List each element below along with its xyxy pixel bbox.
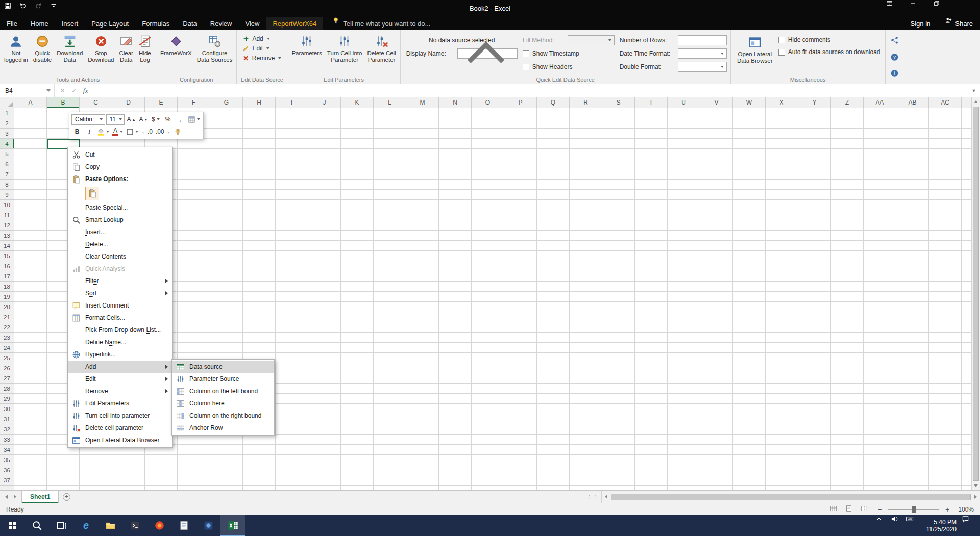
row-header-16[interactable]: 16 [0,261,14,271]
submenu-item-column-on-the-right-bound[interactable]: Column on the right bound [172,410,274,422]
column-header-p[interactable]: P [504,97,537,108]
row-header-18[interactable]: 18 [0,282,14,292]
format-painter-button[interactable] [173,126,184,137]
next-sheet-icon[interactable] [14,495,16,499]
close-icon[interactable] [957,0,980,17]
tab-splitter-handle[interactable]: ⋮⋮ [584,491,601,503]
column-header-x[interactable]: X [766,97,798,108]
context-menu-item-insert-comment[interactable]: Insert Comment [68,299,172,312]
context-menu-item-copy[interactable]: Copy [68,161,172,173]
taskbar-app-1-button[interactable] [122,515,147,536]
context-menu-item-smart-lookup[interactable]: Smart Lookup [68,214,172,226]
save-icon[interactable] [4,2,19,15]
scroll-up-icon[interactable] [972,97,980,106]
context-menu-item-quick-analysis[interactable]: Quick Analysis [68,263,172,275]
row-header-14[interactable]: 14 [0,241,14,251]
submenu-item-column-here[interactable]: Column here [172,397,274,410]
column-header-u[interactable]: U [668,97,700,108]
font-size-select[interactable]: 11 [106,114,125,125]
context-menu-item-paste-special[interactable]: Paste Special... [68,201,172,214]
paste-option-button[interactable] [85,187,99,200]
row-header-33[interactable]: 33 [0,435,14,445]
context-menu-item-clear-contents[interactable]: Clear Contents [68,250,172,263]
column-header-f[interactable]: F [178,97,210,108]
column-header-y[interactable]: Y [798,97,831,108]
column-header-k[interactable]: K [341,97,374,108]
column-header-ac[interactable]: AC [929,97,962,108]
context-menu-item-hyperlink[interactable]: Hyperlink... [68,348,172,361]
submenu-item-anchor-row[interactable]: Anchor Row [172,422,274,434]
customize-qat-icon[interactable] [50,2,65,15]
show-hidden-icons-icon[interactable] [875,515,891,536]
row-header-9[interactable]: 9 [0,190,14,200]
zoom-out-icon[interactable]: − [876,505,884,514]
row-header-5[interactable]: 5 [0,149,14,159]
vertical-scroll-thumb[interactable] [973,107,979,481]
row-header-17[interactable]: 17 [0,271,14,282]
row-header-25[interactable]: 25 [0,353,14,363]
taskbar-app-2-button[interactable] [147,515,172,536]
row-header-13[interactable]: 13 [0,231,14,241]
taskbar-search-button[interactable] [24,515,49,536]
undo-icon[interactable] [19,2,35,15]
row-header-7[interactable]: 7 [0,169,14,180]
context-menu-item-edit-parameters[interactable]: Edit Parameters [68,397,172,410]
column-header-o[interactable]: O [472,97,504,108]
formula-input[interactable] [93,84,968,97]
taskbar-excel-button[interactable] [220,515,245,536]
column-header-a[interactable]: A [14,97,47,108]
taskbar-start-button[interactable] [0,515,24,536]
borders-button[interactable] [125,126,139,137]
shrink-font-button[interactable]: A▼ [138,114,149,125]
row-header-32[interactable]: 32 [0,424,14,435]
zoom-in-icon[interactable]: + [943,505,951,514]
row-header-37[interactable]: 37 [0,475,14,486]
font-name-select[interactable]: Calibri [71,114,105,125]
row-header-2[interactable]: 2 [0,118,14,129]
grow-font-button[interactable]: A▲ [126,114,137,125]
column-header-g[interactable]: G [210,97,243,108]
column-header-i[interactable]: I [276,97,308,108]
expand-formula-bar-icon[interactable]: ▼ [968,84,980,97]
taskbar-clock[interactable]: 5:40 PM 11/25/2020 [921,515,962,536]
row-header-4[interactable]: 4 [0,139,14,149]
horizontal-scrollbar[interactable] [601,491,980,503]
row-header-23[interactable]: 23 [0,333,14,343]
row-header-35[interactable]: 35 [0,455,14,465]
context-menu-item-insert[interactable]: Insert... [68,226,172,238]
context-menu-item-format-cells[interactable]: Format Cells... [68,312,172,324]
row-header-12[interactable]: 12 [0,220,14,231]
column-header-m[interactable]: M [406,97,439,108]
taskbar-edge-button[interactable]: e [74,515,98,536]
new-sheet-button[interactable]: + [59,491,74,503]
column-header-h[interactable]: H [243,97,276,108]
scroll-left-icon[interactable] [602,495,610,499]
column-header-c[interactable]: C [80,97,112,108]
row-header-26[interactable]: 26 [0,363,14,373]
page-layout-view-icon[interactable] [845,505,856,514]
scroll-down-icon[interactable] [972,481,980,490]
volume-icon[interactable] [891,515,906,536]
context-menu-item-delete[interactable]: Delete... [68,238,172,250]
format-table-button[interactable] [187,114,201,125]
context-menu-item-remove[interactable]: Remove [68,385,172,397]
context-menu-item-open-lateral-data-browser[interactable]: Open Lateral Data Browser [68,434,172,446]
taskbar-file-explorer-button[interactable] [98,515,122,536]
column-header-z[interactable]: Z [831,97,864,108]
submenu-item-data-source[interactable]: Data source [172,361,274,373]
vertical-scrollbar[interactable] [971,97,980,490]
row-header-34[interactable]: 34 [0,445,14,455]
context-menu-item-filter[interactable]: Filter [68,275,172,287]
zoom-thumb[interactable] [912,506,916,513]
column-header-v[interactable]: V [700,97,733,108]
column-header-j[interactable]: J [308,97,341,108]
show-desktop-button[interactable] [977,515,980,536]
row-header-31[interactable]: 31 [0,414,14,424]
action-center-icon[interactable] [962,515,977,536]
row-header-22[interactable]: 22 [0,322,14,333]
context-menu-item-delete-cell-parameter[interactable]: Delete cell parameter [68,422,172,434]
taskbar-task-view-button[interactable] [49,515,74,536]
insert-function-icon[interactable]: fx [83,87,88,95]
row-header-3[interactable]: 3 [0,129,14,139]
context-menu-item-cut[interactable]: Cut [68,148,172,161]
